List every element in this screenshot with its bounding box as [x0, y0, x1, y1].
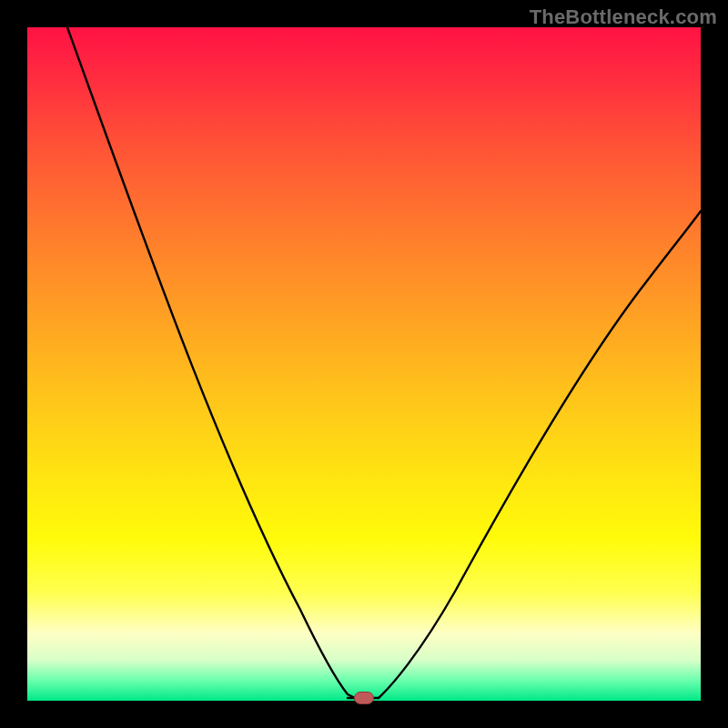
optimal-marker: [354, 692, 374, 704]
curve-right-branch: [379, 211, 701, 698]
curve-left-branch: [67, 27, 355, 698]
bottleneck-curve: [27, 27, 701, 701]
watermark-text: TheBottleneck.com: [530, 5, 717, 29]
plot-area: [27, 27, 701, 701]
chart-frame: TheBottleneck.com: [0, 0, 728, 728]
